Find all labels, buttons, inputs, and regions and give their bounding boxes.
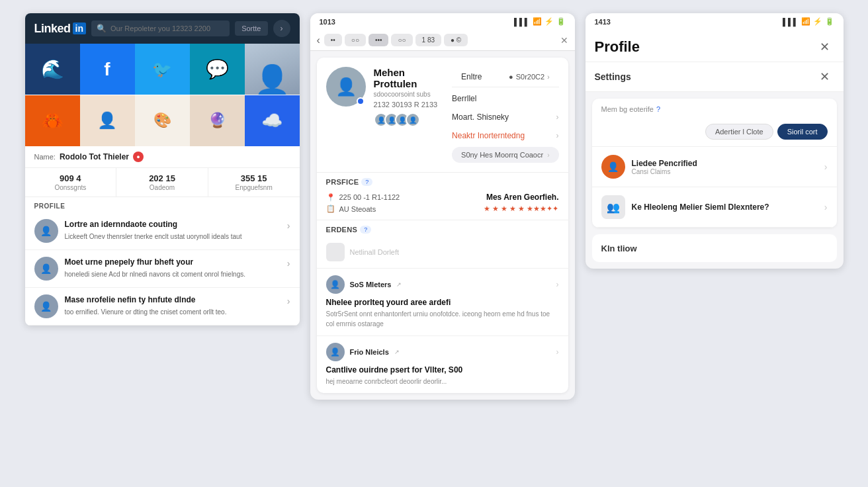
grid-cell-8: 🎨 (135, 95, 190, 146)
profile-name-label: Name: (34, 153, 56, 161)
mobile-browser-panel: 1013 ▌▌▌ 📶 ⚡ 🔋 ‹ •• ○○ ••• ○○ 1 83 ● © ✕… (310, 13, 575, 400)
dropdown-arrow-1: › (547, 73, 549, 81)
browser-tab-6[interactable]: ● © (444, 34, 468, 46)
settings-filter-icon: ⚡ (813, 17, 822, 26)
feed-card-2-info: Frio Nleicls (350, 348, 389, 356)
settings-list-item-1[interactable]: 👤 Liedee Pencrified Cansi Claims › (592, 147, 837, 187)
score-button[interactable]: S0ny Hes Moorrq Coaocr › (452, 147, 558, 163)
toggle-row: Adertier l Clote Sioril cort (592, 117, 837, 147)
browser-tab-3[interactable]: ••• (369, 34, 389, 46)
grid-cell-6: 🦀 (25, 95, 80, 146)
prsfice-title: PRSFICE (326, 178, 359, 186)
settings-battery-icon: 🔋 (825, 17, 834, 26)
prsfice-section-header: PRSFICE ? (317, 173, 568, 189)
feed-content-2: Moet urne pnepely fhur bheft your honele… (65, 257, 281, 279)
dropdown-dot: ● (509, 73, 513, 81)
feed-avatar-1: 👤 (34, 219, 58, 243)
prsfice-line2: AU Steoats (339, 205, 376, 213)
feed-card-2-avatar: 👤 (326, 343, 345, 361)
stat-connections: 909 4 Oonssgnts (25, 168, 117, 197)
signal-icon: ▌▌▌ (514, 18, 529, 26)
dropdown-value-1: ● S0r20C2 › (509, 73, 549, 81)
grid-cell-3: 🐦 (135, 44, 190, 95)
action-row-3[interactable]: Moart. Shisneky › (452, 110, 558, 124)
browser-tab-1[interactable]: •• (324, 34, 342, 46)
empty-erdens-row: Netlinall Dorleft (317, 236, 568, 268)
grid-cell-7: 👤 (80, 95, 135, 146)
toggle-btn-inactive[interactable]: Adertier l Clote (705, 124, 773, 140)
online-indicator (357, 97, 365, 105)
feed-item-2[interactable]: 👤 Moet urne pnepely fhur bheft your hone… (25, 250, 300, 288)
grid-cell-2: f (80, 44, 135, 95)
linkedin-logo-text: Linked (34, 22, 71, 36)
feed-subtitle-3: too ernified. Vienure or dting the cnise… (65, 308, 281, 317)
sort-button[interactable]: Sortte (235, 21, 267, 36)
connection-avatars: 👤 👤 👤 👤 (374, 112, 445, 127)
linkedin-logo: Linked in (34, 22, 86, 36)
settings-wifi-icon: 📶 (801, 17, 810, 26)
feed-card-1-title: Nhelee prorlteq yourd aree ardefi (326, 298, 559, 307)
settings-section-help: ? (656, 105, 660, 113)
toggle-group: Adertier l Clote Sioril cort (705, 124, 828, 140)
profile-hero: 👤 Mehen Prottulen sdoocoorsoint subs 213… (317, 58, 568, 173)
prsfice-badge: ? (361, 178, 372, 186)
profile-bar: Name: Rodolo Tot Thieler ● (25, 146, 300, 168)
browser-close-button[interactable]: ✕ (560, 35, 568, 46)
settings-item-content-1: Liedee Pencrified Cansi Claims (632, 159, 818, 175)
stat-label-1: Oonssgnts (28, 184, 114, 191)
status-icons: ▌▌▌ 📶 ⚡ 🔋 (514, 17, 565, 26)
stats-row: 909 4 Oonssgnts 202 15 Oadeom 355 15 Enp… (25, 168, 300, 197)
nav-icon-forward[interactable]: › (273, 20, 290, 37)
profile-hero-avatar: 👤 (326, 67, 366, 107)
settings-list-item-2[interactable]: 👥 Ke Hleoleng Melier Sieml Dlexntere? › (592, 187, 837, 228)
browser-tab-4[interactable]: ○○ (391, 34, 412, 46)
action-arrow-3: › (556, 112, 559, 122)
action-dropdown-1[interactable]: Enltre ● S0r20C2 › (452, 67, 558, 87)
settings-title: Profile (595, 38, 640, 56)
settings-signal-icon: ▌▌▌ (783, 18, 798, 26)
feed-card-1-arrow: › (556, 280, 559, 289)
action-label-2: Berrllel (452, 91, 558, 106)
browser-back-button[interactable]: ‹ (317, 34, 320, 46)
search-bar[interactable]: 🔍 (91, 21, 230, 36)
browser-tab-5[interactable]: 1 83 (415, 34, 441, 46)
feed-item-3[interactable]: 👤 Mase nrofelie nefin ty hnfute dlnde to… (25, 288, 300, 326)
mobile-status-bar: 1013 ▌▌▌ 📶 ⚡ 🔋 (310, 13, 575, 30)
settings-panel: 1413 ▌▌▌ 📶 ⚡ 🔋 Profile ✕ Settings ✕ Mem … (586, 13, 844, 269)
feed-item-1[interactable]: 👤 Lortre an idernndaote couting Lickeeft… (25, 212, 300, 250)
stat-followers: 202 15 Oadeom (116, 168, 208, 197)
stat-engagements: 355 15 Enpguefsnm (208, 168, 300, 197)
linkedin-header: Linked in 🔍 Sortte › (25, 13, 300, 44)
image-grid: 🌊 f 🐦 💬 👤 🦀 👤 🎨 🔮 ☁️ (25, 44, 300, 146)
settings-section-label: Mem bg eoterife (601, 105, 654, 113)
settings-item-name-1: Liedee Pencrified (632, 159, 818, 168)
empty-icon (326, 243, 345, 261)
feed-card-1-avatar: 👤 (326, 275, 345, 294)
feed-card-1[interactable]: 👤 SoS Mleters ↗ › Nhelee prorlteq yourd … (317, 268, 568, 335)
settings-item-sub-1: Cansi Claims (632, 168, 818, 175)
settings-item-arrow-1: › (824, 161, 828, 172)
feed-title-2: Moet urne pnepely fhur bheft your (65, 257, 281, 268)
settings-know-section: Kln tliow (592, 234, 837, 262)
feed-card-1-info: SoS Mleters (350, 281, 392, 288)
feed-source-badge: ↗ (396, 281, 402, 288)
feed-card-1-name: SoS Mleters (350, 281, 392, 288)
settings-sub-close-button[interactable]: ✕ (816, 67, 834, 86)
settings-main-section: Mem bg eoterife ? Adertier l Clote Siori… (592, 99, 837, 228)
action-row-4[interactable]: Neaktr Inorterntedng › (452, 128, 558, 143)
feed-arrow-3: › (287, 296, 290, 306)
feed-source-badge-2: ↗ (394, 349, 400, 355)
settings-item-arrow-2: › (824, 202, 828, 212)
search-input[interactable] (110, 24, 224, 32)
settings-close-button[interactable]: ✕ (816, 38, 834, 56)
feed-card-2[interactable]: 👤 Frio Nleicls ↗ › Cantlive ouirdne pser… (317, 335, 568, 393)
feed-subtitle-1: Lickeeft Onev thenrsler tnerke enclt ust… (65, 232, 281, 242)
settings-header: Profile ✕ (586, 30, 844, 62)
feed-card-1-header: 👤 SoS Mleters ↗ › (326, 275, 559, 294)
score-button-label: S0ny Hes Moorrq Coaocr (461, 151, 543, 159)
browser-tab-2[interactable]: ○○ (345, 34, 366, 46)
profile-section-title: PROFILE (25, 197, 300, 212)
prsfice-label1: Mes Aren Georfieh. (486, 193, 559, 202)
feed-content-1: Lortre an idernndaote couting Lickeeft O… (65, 219, 281, 242)
toggle-btn-active[interactable]: Sioril cort (777, 124, 828, 140)
